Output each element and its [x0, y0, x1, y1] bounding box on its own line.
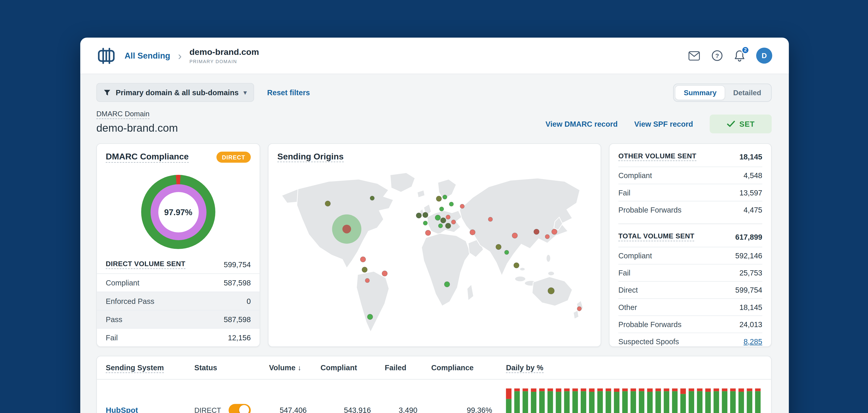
daily-bar: [697, 388, 703, 413]
origin-point: [445, 223, 451, 228]
system-enabled-toggle[interactable]: [229, 404, 251, 413]
stat-row-enforced-pass: Enforced Pass 0: [97, 291, 259, 310]
panel-row-value: 24,013: [739, 320, 762, 328]
view-dmarc-record-link[interactable]: View DMARC record: [546, 120, 618, 128]
table-header-row: Sending System Status Volume↓ Compliant …: [97, 356, 771, 380]
daily-bar: [606, 388, 611, 413]
dmarc-compliance-card: DMARC Compliance DIRECT 97.97%: [96, 144, 260, 347]
daily-bar: [589, 388, 595, 413]
panel-row: Fail 13,597: [618, 184, 762, 201]
column-failed: Failed: [385, 363, 431, 372]
tab-detailed[interactable]: Detailed: [725, 86, 770, 99]
panel-row-label: Fail: [618, 189, 630, 197]
panel-row-suspected-spoofs: Suspected Spoofs 8,285: [618, 332, 762, 347]
current-domain-type: PRIMARY DOMAIN: [189, 59, 259, 64]
record-actions: View DMARC record View SPF record SET: [546, 115, 772, 134]
origin-point: [362, 267, 367, 273]
origin-point: [325, 201, 331, 206]
summary-cards-row: DMARC Compliance DIRECT 97.97%: [96, 144, 772, 347]
origin-point: [370, 196, 374, 200]
origin-point: [423, 212, 428, 218]
dmarc-domain-block: DMARC Domain demo-brand.com: [96, 109, 178, 134]
messages-icon[interactable]: [688, 51, 700, 61]
notifications-icon[interactable]: 2: [734, 50, 745, 62]
daily-bar: [705, 388, 711, 413]
origin-point: [439, 207, 444, 211]
user-avatar[interactable]: D: [756, 47, 772, 64]
donut-inner-ring: 97.97%: [150, 184, 206, 240]
panel-row-value: 18,145: [739, 303, 762, 311]
total-volume-title: TOTAL VOLUME SENT: [618, 232, 694, 241]
origin-point: [423, 221, 428, 225]
origin-point: [488, 217, 493, 221]
origin-point: [443, 195, 447, 199]
view-spf-record-link[interactable]: View SPF record: [634, 120, 693, 128]
page-content: Primary domain & all sub-domains ▾ Reset…: [80, 74, 789, 413]
daily-bar: [523, 388, 528, 413]
tab-summary[interactable]: Summary: [676, 86, 725, 99]
origin-point: [460, 204, 464, 209]
stat-value: 0: [247, 297, 251, 305]
origin-point: [470, 229, 475, 235]
origin-point: [382, 271, 388, 276]
help-icon[interactable]: ?: [711, 50, 723, 62]
reset-filters-link[interactable]: Reset filters: [267, 88, 310, 97]
origin-point: [365, 278, 370, 283]
daily-bar: [514, 388, 520, 413]
panel-row: Direct 599,754: [618, 281, 762, 298]
daily-bar: [680, 388, 686, 413]
daily-bar: [647, 388, 653, 413]
daily-bar: [655, 388, 661, 413]
stat-value: 587,598: [224, 315, 251, 323]
compliance-card-header: DMARC Compliance DIRECT: [97, 144, 259, 166]
dmarc-set-status-button[interactable]: SET: [710, 115, 772, 133]
daily-bar: [664, 388, 670, 413]
panel-row-label: Probable Forwards: [618, 205, 681, 214]
daily-bar: [739, 388, 744, 413]
sending-system-link[interactable]: HubSpot: [106, 406, 138, 413]
stat-label: Fail: [106, 333, 118, 342]
filter-bar: Primary domain & all sub-domains ▾ Reset…: [96, 83, 772, 102]
compliant-value: 543,916: [320, 406, 385, 413]
stat-row-fail: Fail 12,156: [97, 328, 259, 346]
daily-bars-cell: [506, 380, 771, 413]
compliance-donut-chart: 97.97%: [141, 175, 215, 249]
origin-point: [435, 215, 440, 220]
app-window: All Sending › demo-brand.com PRIMARY DOM…: [80, 37, 789, 413]
panel-row-label: Suspected Spoofs: [618, 337, 679, 346]
direct-volume-label: DIRECT VOLUME SENT: [106, 260, 185, 269]
domain-scope-filter-button[interactable]: Primary domain & all sub-domains ▾: [96, 83, 254, 102]
origin-point: [367, 314, 373, 319]
daily-bars-chart: [506, 388, 771, 413]
daily-bar: [564, 388, 569, 413]
origin-point: [545, 234, 550, 239]
origin-point: [548, 288, 554, 294]
daily-bar: [548, 388, 553, 413]
daily-bar: [539, 388, 545, 413]
sending-systems-table: Sending System Status Volume↓ Compliant …: [96, 356, 772, 413]
daily-bar: [597, 388, 603, 413]
top-navigation-bar: All Sending › demo-brand.com PRIMARY DOM…: [80, 37, 789, 74]
volume-value: 547,406: [269, 406, 320, 413]
app-logo-icon[interactable]: [97, 47, 116, 64]
origin-point: [440, 218, 446, 223]
column-volume-sort[interactable]: Volume↓: [269, 363, 320, 372]
view-mode-toggle: Summary Detailed: [673, 83, 772, 101]
daily-bar: [730, 388, 736, 413]
daily-bar: [755, 388, 761, 413]
origin-point: [534, 229, 539, 234]
domain-heading-row: DMARC Domain demo-brand.com View DMARC r…: [96, 109, 772, 134]
filter-funnel-icon: [103, 89, 111, 96]
stat-row-pass: Pass 587,598: [97, 310, 259, 328]
daily-bar: [531, 388, 536, 413]
breadcrumb-all-sending[interactable]: All Sending: [125, 51, 170, 60]
suspected-spoofs-link[interactable]: 8,285: [744, 337, 762, 346]
origin-point: [438, 224, 443, 228]
status-cell: DIRECT: [194, 404, 269, 413]
notification-count-badge: 2: [741, 45, 749, 54]
column-status: Status: [194, 363, 269, 372]
donut-center: 97.97%: [158, 192, 198, 232]
origin-point: [446, 215, 450, 219]
daily-bar: [622, 388, 628, 413]
stat-row-compliant: Compliant 587,598: [97, 273, 259, 291]
